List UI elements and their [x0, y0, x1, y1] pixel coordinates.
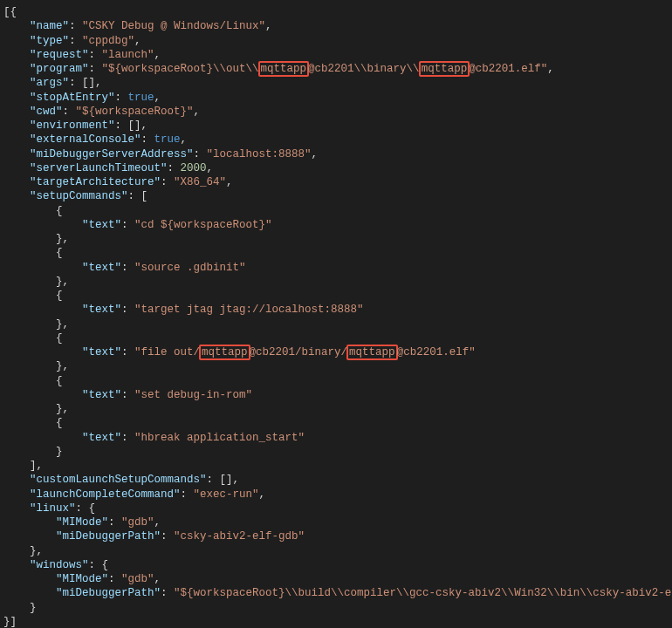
key-text: "text" [82, 346, 121, 358]
val-customlaunchsetupcommands: [] [220, 474, 233, 486]
val-text-source: "source .gdbinit" [134, 262, 246, 274]
setup-close: ], [30, 460, 43, 472]
val-program-part3: @cb2201.elf" [469, 63, 547, 75]
obj-open: { [56, 290, 63, 302]
obj-open: { [56, 417, 63, 429]
key-text: "text" [82, 389, 121, 401]
val-windows-open: { [102, 559, 109, 571]
obj-open: { [56, 247, 63, 259]
key-linux: "linux" [30, 502, 76, 515]
val-linux-open: { [89, 502, 96, 515]
obj-open: { [56, 332, 63, 345]
val-targetarchitecture: "X86_64" [174, 176, 226, 188]
open-bracket: [{ [3, 6, 17, 18]
key-serverlaunchtimeout: "serverLaunchTimeout" [30, 162, 168, 174]
key-cwd: "cwd" [30, 106, 63, 118]
val-mimode-linux: "gdb" [121, 516, 154, 529]
key-text: "text" [82, 262, 121, 274]
highlight-mqttapp-3: mqttapp [199, 345, 250, 360]
val-midebuggerpath-linux: "csky-abiv2-elf-gdb" [174, 530, 305, 543]
key-customlaunchsetupcommands: "customLaunchSetupCommands" [30, 474, 207, 486]
key-text: "text" [82, 304, 121, 316]
val-environment: [] [128, 119, 141, 132]
val-type: "cppdbg" [82, 35, 134, 47]
key-type: "type" [30, 35, 69, 47]
key-request: "request" [30, 49, 89, 61]
val-text-file-p2: @cb2201/binary/ [250, 346, 348, 358]
key-setupcommands: "setupCommands" [30, 190, 128, 202]
key-program: "program" [30, 63, 89, 75]
val-externalconsole: true [154, 133, 181, 146]
val-text-target: "target jtag jtag://localhost:8888" [134, 304, 364, 316]
linux-close: }, [30, 545, 43, 557]
val-launchcompletecommand: "exec-run" [194, 488, 259, 501]
key-windows: "windows" [30, 559, 89, 571]
val-midebuggerpath-windows: "${workspaceRoot}\\build\\compiler\\gcc-… [174, 587, 672, 599]
val-text-file-p1: "file out/ [134, 346, 200, 358]
obj-close: }, [56, 318, 69, 331]
key-mimode-windows: "MIMode" [56, 573, 108, 585]
key-text: "text" [82, 219, 121, 231]
key-mimode-linux: "MIMode" [56, 516, 108, 529]
key-name: "name" [30, 20, 69, 32]
key-stopatentry: "stopAtEntry" [30, 92, 115, 104]
key-midebuggerpath-windows: "miDebuggerPath" [56, 587, 161, 599]
obj-close: }, [56, 276, 69, 288]
highlight-mqttapp-1: mqttapp [258, 61, 310, 77]
key-midebuggerpath-linux: "miDebuggerPath" [56, 530, 161, 543]
highlight-mqttapp-4: mqttapp [346, 345, 398, 360]
key-environment: "environment" [30, 119, 115, 132]
val-request: "launch" [102, 49, 154, 61]
obj-open: { [56, 375, 63, 387]
val-serverlaunchtimeout: 2000 [181, 162, 207, 174]
windows-close: } [30, 602, 37, 614]
key-text: "text" [82, 432, 121, 444]
val-text-cd: "cd ${workspaceRoot}" [134, 219, 272, 231]
obj-close: }, [56, 403, 69, 415]
obj-open: { [56, 205, 63, 217]
val-program-part2: @cb2201\\binary\\ [308, 63, 420, 75]
val-args: [] [82, 77, 95, 89]
val-text-file-p3: @cb2201.elf" [397, 346, 476, 358]
highlight-mqttapp-2: mqttapp [419, 61, 470, 77]
val-midebuggerserveraddress: "localhost:8888" [207, 148, 312, 160]
key-targetarchitecture: "targetArchitecture" [30, 176, 161, 188]
val-text-hbreak: "hbreak application_start" [134, 432, 305, 444]
val-cwd: "${workspaceRoot}" [76, 106, 194, 118]
val-name: "CSKY Debug @ Windows/Linux" [82, 20, 265, 32]
val-stopatentry: true [128, 92, 154, 104]
key-midebuggerserveraddress: "miDebuggerServerAddress" [30, 148, 194, 160]
obj-close: }, [56, 233, 69, 245]
val-setupcommands-open: [ [141, 190, 148, 202]
code-editor[interactable]: [{ "name": "CSKY Debug @ Windows/Linux",… [0, 0, 672, 628]
key-launchcompletecommand: "launchCompleteCommand" [30, 488, 181, 501]
close-bracket: }] [3, 616, 17, 628]
obj-close: }, [56, 360, 69, 372]
val-mimode-windows: "gdb" [121, 573, 154, 585]
key-externalconsole: "externalConsole" [30, 133, 141, 146]
val-program-part1: "${workspaceRoot}\\out\\ [102, 63, 259, 75]
obj-close-last: } [56, 446, 63, 458]
val-text-setdebug: "set debug-in-rom" [134, 389, 252, 401]
key-args: "args" [30, 77, 69, 89]
